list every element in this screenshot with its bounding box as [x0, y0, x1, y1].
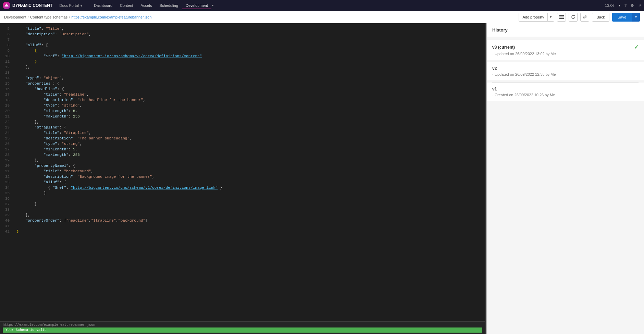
history-version-label-v1: v1 — [492, 87, 497, 91]
brand-logo[interactable]: DYNAMIC CONTENT — [3, 2, 52, 9]
nav-assets[interactable]: Assets — [137, 2, 156, 9]
external-link-icon[interactable]: ↗ — [638, 3, 641, 8]
breadcrumb-sep-1: / — [28, 15, 29, 19]
toolbar-right: Add property ▾ Back Save — [519, 13, 640, 22]
history-item-v3[interactable]: v3 (current) ✓ Updated on 26/09/2022 13:… — [487, 40, 644, 60]
code-filename: https://example.com/examplefeaturebanner… — [3, 323, 482, 327]
nav-time: 13:06 — [605, 3, 615, 8]
save-button-group: Save ▾ — [612, 13, 640, 22]
nav-development[interactable]: Development — [182, 2, 211, 9]
brand-name: DYNAMIC CONTENT — [12, 3, 52, 8]
nav-scheduling[interactable]: Scheduling — [156, 2, 182, 9]
nav-right: 13:06 ▾ ? ⚙ ↗ — [605, 3, 641, 8]
docs-portal-arrow-icon[interactable]: ▾ — [80, 4, 82, 8]
code-content: 56789 1011121314 1516171819 2021222324 2… — [0, 23, 485, 321]
breadcrumb-schemas[interactable]: Content type schemas — [30, 15, 67, 19]
back-button[interactable]: Back — [592, 13, 609, 22]
main-nav: Dashboard Content Assets Scheduling Deve… — [90, 2, 214, 9]
right-panel: History v3 (current) ✓ Updated on 26/09/… — [486, 23, 644, 334]
history-item-v1[interactable]: v1 Created on 26/09/2022 10:26 by Me — [487, 83, 644, 101]
check-icon-v3: ✓ — [634, 44, 639, 50]
list-view-button[interactable] — [557, 13, 566, 22]
history-detail-v3: Updated on 26/09/2022 13:02 by Me — [492, 52, 639, 56]
brand-icon — [3, 2, 10, 9]
svg-rect-2 — [559, 17, 564, 17]
code-bottom-bar: https://example.com/examplefeaturebanner… — [0, 321, 485, 334]
refresh-button[interactable] — [569, 13, 578, 22]
save-dropdown-arrow-icon: ▾ — [635, 15, 637, 19]
svg-rect-3 — [559, 18, 564, 19]
dev-nav-arrow-icon[interactable]: ▾ — [212, 4, 214, 7]
history-version-v2: v2 — [492, 66, 639, 71]
svg-rect-1 — [559, 15, 564, 16]
history-detail-v2: Updated on 26/09/2022 12:38 by Me — [492, 72, 639, 76]
history-version-label-v3: v3 (current) — [492, 45, 515, 50]
nav-content[interactable]: Content — [116, 2, 137, 9]
settings-icon[interactable]: ⚙ — [631, 3, 634, 8]
help-icon[interactable]: ? — [624, 3, 627, 8]
breadcrumb-bar: Development / Content type schemas / htt… — [0, 11, 644, 23]
history-version-v3: v3 (current) ✓ — [492, 44, 639, 50]
docs-portal-section: Docs Portal ▾ — [59, 3, 82, 8]
save-dropdown-button[interactable]: ▾ — [632, 13, 640, 22]
docs-portal-label[interactable]: Docs Portal — [59, 3, 79, 8]
nav-time-arrow-icon[interactable]: ▾ — [619, 4, 620, 7]
swap-button[interactable] — [580, 13, 589, 22]
code-editor[interactable]: 56789 1011121314 1516171819 2021222324 2… — [0, 23, 485, 334]
breadcrumb-sep-2: / — [69, 15, 70, 19]
breadcrumb-current: https://example.com/examplefeaturebanner… — [71, 15, 151, 19]
breadcrumb-development[interactable]: Development — [4, 15, 26, 19]
nav-dashboard[interactable]: Dashboard — [90, 2, 116, 9]
add-property-label: Add property — [519, 13, 548, 21]
breadcrumb: Development / Content type schemas / htt… — [4, 15, 152, 19]
top-nav: DYNAMIC CONTENT Docs Portal ▾ Dashboard … — [0, 0, 644, 11]
add-property-arrow-icon[interactable]: ▾ — [548, 13, 554, 21]
line-numbers: 56789 1011121314 1516171819 2021222324 2… — [0, 23, 12, 321]
code-text[interactable]: "title": "Title", "description": "Descri… — [12, 23, 485, 321]
history-list: v3 (current) ✓ Updated on 26/09/2022 13:… — [487, 37, 644, 334]
history-version-label-v2: v2 — [492, 66, 497, 71]
history-header: History — [487, 23, 644, 37]
code-valid-message: Your Schema is valid — [3, 327, 482, 333]
main-area: 56789 1011121314 1516171819 2021222324 2… — [0, 23, 644, 334]
history-item-v2[interactable]: v2 Updated on 26/09/2022 12:38 by Me — [487, 62, 644, 81]
add-property-button[interactable]: Add property ▾ — [519, 13, 554, 22]
history-detail-v1: Created on 26/09/2022 10:26 by Me — [492, 93, 639, 97]
svg-marker-0 — [4, 3, 9, 7]
history-version-v1: v1 — [492, 87, 639, 91]
save-button[interactable]: Save — [612, 13, 632, 22]
